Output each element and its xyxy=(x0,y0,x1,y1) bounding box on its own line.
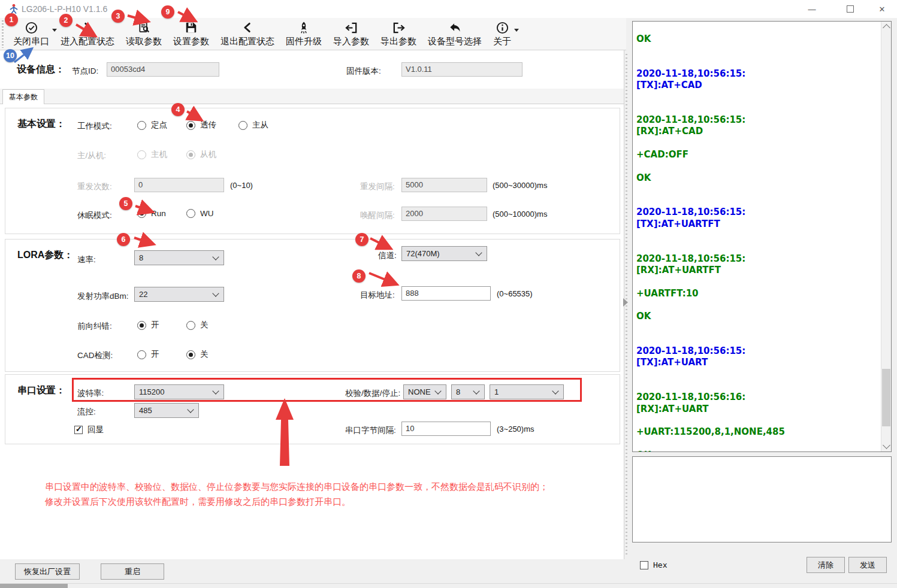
firmware-field[interactable]: V1.0.11 xyxy=(401,62,523,77)
restart-button[interactable]: 重启 xyxy=(101,563,164,580)
radio-label: Run xyxy=(151,209,166,218)
log-line xyxy=(636,438,878,449)
log-line xyxy=(636,184,878,195)
send-button[interactable]: 发送 xyxy=(848,557,887,573)
radio-cad-off[interactable]: 关 xyxy=(186,349,209,360)
radio-slave[interactable]: 从机 xyxy=(186,149,216,160)
baud-select[interactable]: 115200 xyxy=(134,384,224,399)
toolbar-item-firmware-upgrade[interactable]: 固件升级 xyxy=(286,18,322,47)
radio-dot xyxy=(238,121,247,130)
echo-checkbox[interactable] xyxy=(74,426,83,434)
serial-settings-group: 串口设置： 波特率: 115200 校验/数据/停止: NONE 8 1 流控:… xyxy=(5,374,620,444)
chevron-down-icon xyxy=(475,249,482,256)
toolbar-item-export-params[interactable]: 导出参数 xyxy=(380,18,416,47)
target-addr-label: 目标地址: xyxy=(360,290,395,301)
splitter-collapse-handle[interactable] xyxy=(623,298,628,307)
radio-sleep-run[interactable]: Run xyxy=(137,209,166,218)
scrollbar-thumb[interactable] xyxy=(882,369,890,426)
clear-button[interactable]: 清除 xyxy=(807,557,845,573)
radio-work-mode-fixed[interactable]: 定点 xyxy=(137,120,167,131)
radio-dot xyxy=(137,321,146,330)
dropdown-caret-icon[interactable] xyxy=(514,29,519,32)
send-input[interactable] xyxy=(632,456,892,542)
radio-dot xyxy=(137,150,146,159)
toolbar-item-set-params[interactable]: 设置参数 xyxy=(173,18,209,47)
tx-power-select[interactable]: 22 xyxy=(134,287,224,302)
radio-sleep-wu[interactable]: WU xyxy=(186,209,214,218)
radio-label: 关 xyxy=(200,320,209,331)
lora-params-title: LORA参数： xyxy=(17,249,73,262)
tab-basic-params[interactable]: 基本参数 xyxy=(2,89,44,104)
log-line xyxy=(636,276,878,287)
byte-interval-field[interactable]: 10 xyxy=(401,422,491,436)
close-button[interactable]: ✕ xyxy=(868,0,896,18)
toolbar-gripper[interactable] xyxy=(2,20,4,48)
hscrollbar-thumb[interactable] xyxy=(0,584,68,588)
radio-fec-off[interactable]: 关 xyxy=(186,320,209,331)
tx-power-label: 发射功率dBm: xyxy=(77,291,129,302)
radio-dot xyxy=(186,150,195,159)
radio-dot xyxy=(137,350,146,359)
toolbar-item-about[interactable]: 关于 xyxy=(493,18,511,47)
dropdown-caret-icon[interactable] xyxy=(52,29,57,32)
fec-label: 前向纠错: xyxy=(77,321,112,332)
wake-interval-field[interactable]: 2000 xyxy=(401,207,487,221)
log-scrollbar[interactable] xyxy=(881,22,891,451)
flow-value: 485 xyxy=(139,406,152,415)
stop-bits-value: 1 xyxy=(494,387,499,396)
maximize-button[interactable] xyxy=(836,0,864,18)
toolbar-item-label: 读取参数 xyxy=(126,35,162,47)
toolbar-item-exit-config[interactable]: 退出配置状态 xyxy=(221,18,274,47)
toolbar-item-device-model[interactable]: 设备型号选择 xyxy=(428,18,482,47)
data-bits-value: 8 xyxy=(456,387,460,396)
log-line xyxy=(636,160,878,172)
echo-checkbox-row[interactable]: 回显 xyxy=(74,425,104,435)
parity-select[interactable]: NONE xyxy=(403,384,446,399)
hex-checkbox-row[interactable]: Hex xyxy=(640,560,667,569)
channel-select[interactable]: 72(470M) xyxy=(401,246,487,261)
tx-power-value: 22 xyxy=(139,290,147,299)
node-id-field[interactable]: 00053cd4 xyxy=(107,62,219,77)
channel-value: 72(470M) xyxy=(406,249,440,258)
minimize-button[interactable]: — xyxy=(798,0,826,18)
toolbar-item-close-serial[interactable]: 关闭串口 xyxy=(13,18,49,47)
hex-checkbox[interactable] xyxy=(640,561,648,569)
app-logo-icon xyxy=(8,4,19,14)
data-bits-select[interactable]: 8 xyxy=(451,384,485,399)
scroll-up-icon[interactable] xyxy=(883,24,890,32)
resend-count-field[interactable]: 0 xyxy=(134,178,224,192)
radio-dot xyxy=(186,321,195,330)
toolbar: 关闭串口进入配置状态读取参数设置参数退出配置状态固件升级导入参数导出参数设备型号… xyxy=(0,18,626,50)
rate-select[interactable]: 8 xyxy=(134,250,224,265)
firmware-label: 固件版本: xyxy=(346,66,381,77)
toolbar-item-import-params[interactable]: 导入参数 xyxy=(333,18,369,47)
chevron-left-icon xyxy=(241,20,253,35)
log-line: 2020-11-18,10:56:15: xyxy=(636,207,878,218)
log-line xyxy=(636,322,878,334)
radio-work-mode-transparent[interactable]: 透传 xyxy=(186,120,216,131)
resend-interval-field[interactable]: 5000 xyxy=(401,178,487,192)
stop-bits-select[interactable]: 1 xyxy=(490,384,564,399)
radio-cad-on[interactable]: 开 xyxy=(137,349,159,360)
toolbar-item-enter-config[interactable]: 进入配置状态 xyxy=(61,18,114,47)
radio-fec-on[interactable]: 开 xyxy=(137,320,159,331)
warning-line-1: 串口设置中的波特率、校验位、数据位、停止位参数要与您实际连接的串口设备的串口参数… xyxy=(45,481,548,493)
radio-label: 主从 xyxy=(252,120,268,131)
horizontal-scrollbar[interactable] xyxy=(0,583,897,588)
resend-interval-range: (500~30000)ms xyxy=(493,181,547,190)
factory-reset-button[interactable]: 恢复出厂设置 xyxy=(15,563,80,580)
log-line xyxy=(636,380,878,392)
radio-label: WU xyxy=(200,209,214,218)
flow-select[interactable]: 485 xyxy=(134,403,199,418)
toolbar-item-read-params[interactable]: 读取参数 xyxy=(126,18,162,47)
radio-master[interactable]: 主机 xyxy=(137,149,167,160)
radio-work-mode-master-slave[interactable]: 主从 xyxy=(238,120,268,131)
scroll-down-icon[interactable] xyxy=(883,441,890,449)
target-addr-field[interactable]: 888 xyxy=(401,286,491,301)
resend-count-label: 重发次数: xyxy=(77,181,112,192)
byte-interval-label: 串口字节间隔: xyxy=(345,425,396,436)
log-panel: OK 2020-11-18,10:56:15:[TX]:AT+CAD 2020-… xyxy=(632,21,892,452)
basic-settings-title: 基本设置： xyxy=(17,118,65,131)
radio-label: 关 xyxy=(200,349,209,360)
log-line: 2020-11-18,10:56:15: xyxy=(636,345,878,357)
